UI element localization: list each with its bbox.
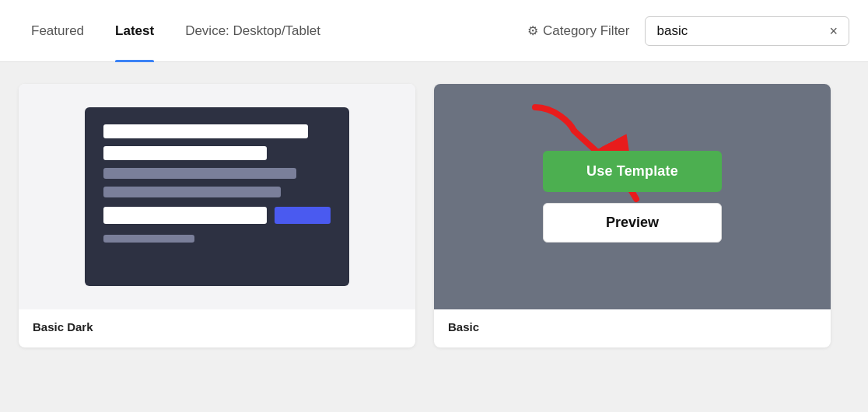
dark-mockup	[85, 107, 349, 286]
content-area: Basic Dark Use Template Preview Ba	[0, 62, 868, 369]
hover-buttons: Use Template Preview	[543, 151, 722, 243]
category-filter[interactable]: ⚙ Category Filter	[518, 23, 639, 39]
gear-icon: ⚙	[527, 23, 538, 38]
mock-footer-line	[103, 235, 194, 243]
card-basic-dark-preview	[19, 84, 415, 309]
search-input[interactable]	[656, 23, 821, 39]
card-basic-label: Basic	[434, 309, 831, 347]
card-basic: Use Template Preview Basic	[434, 84, 831, 347]
card-basic-dark-label: Basic Dark	[19, 309, 415, 347]
mock-bar-4	[103, 187, 281, 197]
mock-bottom-row	[103, 207, 331, 224]
mock-bar-3	[103, 168, 296, 179]
tab-device[interactable]: Device: Desktop/Tablet	[173, 0, 333, 62]
mock-input	[103, 207, 267, 224]
card-basic-dark: Basic Dark	[19, 84, 415, 347]
nav-bar: Featured Latest Device: Desktop/Tablet ⚙…	[0, 0, 868, 62]
mock-bar-1	[103, 124, 308, 138]
mock-bar-2	[103, 146, 267, 160]
tab-latest[interactable]: Latest	[103, 0, 166, 62]
preview-button[interactable]: Preview	[543, 203, 722, 243]
category-filter-label: Category Filter	[543, 23, 629, 39]
card-basic-preview: Use Template Preview	[434, 84, 831, 309]
search-box: ×	[645, 16, 849, 46]
search-clear-icon[interactable]: ×	[829, 24, 838, 38]
tab-featured[interactable]: Featured	[19, 0, 96, 62]
use-template-button[interactable]: Use Template	[543, 151, 722, 192]
mock-btn	[275, 207, 331, 224]
